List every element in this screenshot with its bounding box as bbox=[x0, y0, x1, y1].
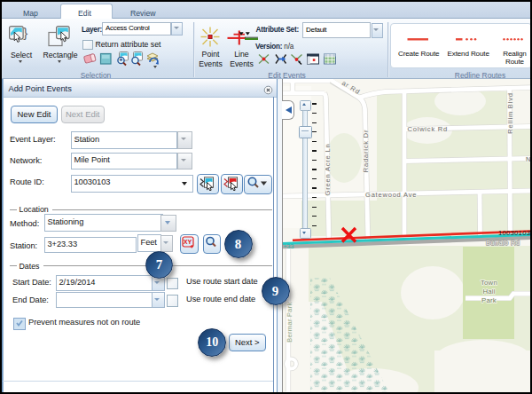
svg-text:Hall: Hall bbox=[482, 288, 495, 296]
svg-text:N: N bbox=[526, 155, 530, 163]
svg-text:Gatewood Ave: Gatewood Ave bbox=[365, 191, 417, 199]
svg-text:XY: XY bbox=[184, 238, 192, 246]
svg-text:Colwick Rd: Colwick Rd bbox=[408, 125, 449, 133]
svg-text:Buffalo Rd: Buffalo Rd bbox=[486, 239, 520, 247]
svg-text:Green Acre Ln: Green Acre Ln bbox=[324, 144, 332, 196]
svg-text:Town: Town bbox=[481, 279, 497, 287]
svg-text:}: } bbox=[23, 26, 27, 40]
svg-text:10030103: 10030103 bbox=[498, 229, 530, 237]
svg-text:+: + bbox=[120, 57, 123, 63]
svg-text:Park: Park bbox=[481, 296, 497, 304]
svg-text:Radarick Dr: Radarick Dr bbox=[362, 130, 370, 172]
svg-text:Bermar Park: Bermar Park bbox=[286, 302, 293, 342]
svg-text:Rellim Blvd: Rellim Blvd bbox=[506, 92, 514, 133]
svg-text:+33: +33 bbox=[284, 243, 294, 249]
